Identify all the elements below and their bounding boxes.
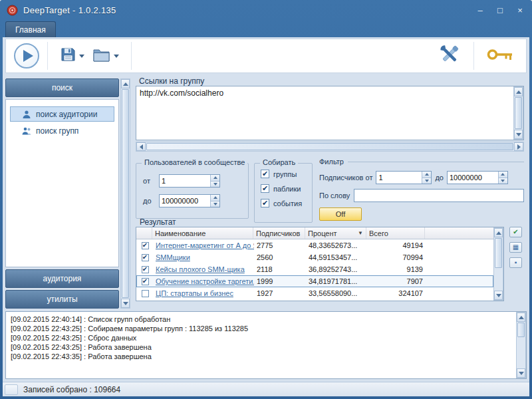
users-from-spinner (159, 174, 220, 188)
license-key-button[interactable] (482, 43, 518, 69)
sidebar-section-search[interactable]: поиск (5, 78, 119, 97)
audience-search-icon (22, 110, 31, 119)
cell-total: 7907 (367, 277, 426, 285)
table-row[interactable]: ✔ SMMщики 2560 44,59153457... 70994 (136, 251, 493, 263)
scroll-up-button[interactable] (514, 87, 523, 96)
scroll-thumb[interactable] (515, 97, 522, 129)
table-row[interactable]: ✔ Интернет-маркетинг от А до Я 2775 48,3… (136, 239, 493, 251)
spin-up-button[interactable] (211, 195, 219, 201)
scroll-up-button[interactable] (494, 228, 503, 237)
scroll-track[interactable] (494, 237, 503, 291)
table-header: Наименование Подписчиков Процент ▼ Всего (136, 227, 493, 239)
collect-option-groups[interactable]: ✔ группы (261, 170, 312, 178)
spin-down-button[interactable] (211, 181, 219, 188)
scroll-right-button[interactable] (514, 142, 523, 151)
close-button[interactable]: × (515, 5, 525, 15)
sidebar-scrollbar[interactable] (120, 78, 130, 309)
sidebar-item-audience-search[interactable]: поиск аудитории (10, 106, 114, 122)
spin-down-button[interactable] (211, 201, 219, 207)
group-link[interactable]: SMMщики (156, 253, 190, 261)
collect-option-publics[interactable]: ✔ паблики (261, 184, 312, 193)
scroll-track[interactable] (146, 142, 514, 151)
scroll-track[interactable] (514, 96, 523, 130)
maximize-button[interactable]: □ (495, 5, 505, 15)
spin-down-button[interactable] (422, 178, 431, 184)
header-subscribers[interactable]: Подписчиков (253, 227, 305, 239)
filter-toggle-button[interactable]: Off (319, 207, 362, 221)
links-vertical-scrollbar[interactable] (513, 86, 523, 140)
users-from-input[interactable] (160, 175, 210, 187)
key-icon (486, 45, 514, 66)
subscribers-from-input[interactable] (376, 172, 422, 184)
spin-up-button[interactable] (499, 172, 507, 178)
settings-button[interactable] (434, 41, 466, 71)
minimize-button[interactable]: – (475, 5, 485, 15)
header-checkbox-column[interactable] (136, 227, 152, 239)
collect-option-events[interactable]: ✔ события (261, 199, 312, 207)
scroll-thumb[interactable] (146, 143, 513, 150)
events-checkbox[interactable]: ✔ (261, 199, 269, 207)
header-total[interactable]: Всего (366, 227, 425, 239)
row-checkbox[interactable] (142, 290, 149, 297)
word-filter-input[interactable] (354, 189, 524, 202)
group-link[interactable]: ЦП: стартапы и бизнес (156, 289, 233, 297)
table-scrollbar[interactable] (493, 227, 503, 301)
records-collected-status: Записей собрано : 109664 (23, 385, 120, 394)
save-button[interactable] (56, 44, 88, 68)
log-scrollbar[interactable] (516, 312, 526, 378)
log-output[interactable]: [09.02.2015 22:40:14] : Список групп обр… (6, 312, 516, 378)
spin-up-button[interactable] (211, 175, 219, 181)
group-link[interactable]: Интернет-маркетинг от А до Я (156, 241, 254, 249)
invert-selection-button[interactable]: ▦ (509, 242, 522, 253)
scroll-thumb[interactable] (495, 238, 502, 268)
row-checkbox[interactable]: ✔ (142, 242, 149, 249)
scroll-down-button[interactable] (494, 291, 503, 300)
save-dropdown-icon[interactable] (79, 55, 84, 58)
subscribers-to-input[interactable] (448, 172, 498, 184)
sidebar-item-group-search[interactable]: поиск групп (10, 123, 114, 138)
filter-section: Фильтр Подписчиков от до (319, 158, 524, 221)
scroll-down-button[interactable] (514, 130, 523, 139)
sidebar-panel: поиск аудитории поиск групп (5, 99, 119, 267)
title-bar[interactable]: DeepTarget - 1.0.2.135 – □ × (0, 0, 532, 20)
row-checkbox[interactable]: ✔ (142, 266, 149, 273)
check-all-button[interactable]: ✔ (509, 227, 522, 237)
scroll-track[interactable] (517, 322, 525, 368)
spin-up-button[interactable] (422, 172, 431, 178)
open-button[interactable] (88, 45, 123, 68)
scroll-down-button[interactable] (121, 299, 130, 308)
tab-main[interactable]: Главная (5, 21, 56, 37)
open-dropdown-icon[interactable] (114, 55, 119, 58)
header-percent[interactable]: Процент ▼ (305, 227, 366, 239)
header-name[interactable]: Наименование (152, 227, 253, 239)
row-checkbox[interactable]: ✔ (142, 278, 149, 285)
scroll-down-button[interactable] (517, 368, 525, 378)
group-link[interactable]: Кейсы плохого SMM-щика (156, 265, 245, 273)
scroll-thumb[interactable] (517, 323, 525, 337)
publics-checkbox[interactable]: ✔ (261, 184, 269, 193)
group-link[interactable]: Обучение настройке таргети... (156, 277, 254, 285)
log-line: [09.02.2015 22:40:14] : Список групп обр… (11, 315, 511, 324)
clear-selection-button[interactable]: ▪ (509, 257, 522, 268)
groups-checkbox[interactable]: ✔ (261, 170, 269, 178)
scroll-left-button[interactable] (136, 142, 146, 151)
scroll-thumb[interactable] (122, 89, 129, 298)
table-row[interactable]: ✔ Обучение настройке таргети... 1999 34,… (136, 275, 493, 287)
links-label: Ссылки на группу (139, 76, 204, 86)
links-horizontal-scrollbar[interactable] (136, 142, 524, 152)
users-to-input[interactable] (160, 195, 210, 207)
sidebar-section-audience[interactable]: аудитория (5, 269, 119, 288)
sidebar-section-utilities[interactable]: утилиты (5, 290, 119, 309)
table-row[interactable]: ✔ Кейсы плохого SMM-щика 2118 36,8925274… (136, 263, 493, 275)
scroll-track[interactable] (121, 88, 130, 299)
start-button[interactable] (14, 43, 39, 68)
table-row[interactable]: ЦП: стартапы и бизнес 1927 33,56558090..… (136, 287, 493, 299)
users-in-community-groupbox: Пользователей в сообществе от до (136, 163, 249, 219)
log-panel: [09.02.2015 22:40:14] : Список групп обр… (5, 311, 527, 379)
row-checkbox[interactable]: ✔ (142, 254, 149, 261)
users-to-spinner (159, 194, 220, 207)
group-links-input[interactable]: http://vk.com/socialhero (136, 86, 513, 140)
spin-down-button[interactable] (499, 178, 507, 184)
scroll-up-button[interactable] (517, 313, 525, 322)
scroll-up-button[interactable] (121, 79, 130, 88)
